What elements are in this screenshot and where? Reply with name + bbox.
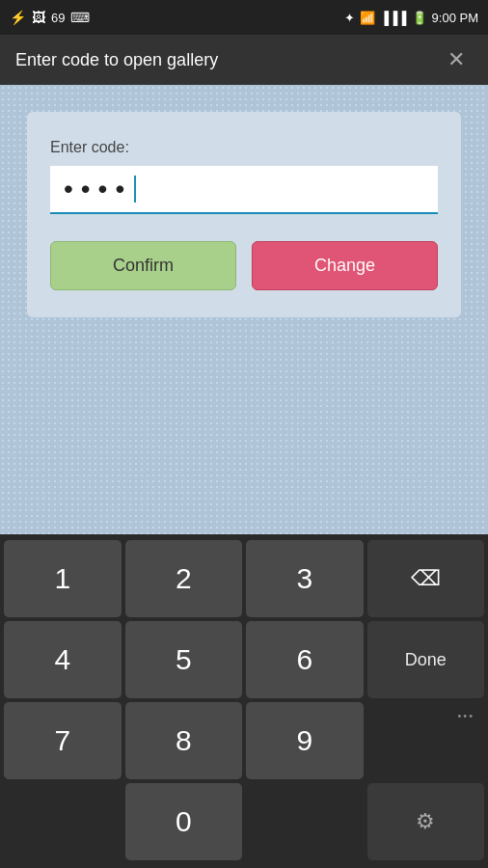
status-bar-right: ✦ 📶 ▐▐▐ 🔋 9:00 PM bbox=[344, 11, 478, 25]
key-1[interactable]: 1 bbox=[4, 540, 122, 617]
code-input-wrapper[interactable]: •••• bbox=[50, 166, 438, 214]
key-done[interactable]: Done bbox=[367, 621, 485, 698]
battery-icon: 🔋 bbox=[412, 11, 427, 25]
dialog-title: Enter code to open gallery bbox=[15, 50, 218, 70]
keyboard-row-2: 4 5 6 Done bbox=[4, 621, 484, 698]
text-cursor bbox=[134, 176, 136, 203]
key-settings[interactable]: ⚙ bbox=[367, 783, 485, 860]
time-display: 9:00 PM bbox=[432, 11, 478, 25]
main-content: Enter code: •••• Confirm Change bbox=[0, 85, 488, 534]
keyboard-row-4: 0 ⚙ bbox=[4, 783, 484, 860]
close-button[interactable]: ✕ bbox=[440, 43, 473, 76]
key-empty: ••• bbox=[367, 702, 485, 779]
keyboard-row-3: 7 8 9 ••• bbox=[4, 702, 484, 779]
button-row: Confirm Change bbox=[50, 241, 438, 290]
key-0[interactable]: 0 bbox=[125, 783, 243, 860]
settings-icon: ⚙ bbox=[416, 809, 435, 834]
key-3[interactable]: 3 bbox=[246, 540, 364, 617]
battery-number: 69 bbox=[51, 11, 65, 25]
backspace-icon: ⌫ bbox=[411, 566, 441, 591]
key-8[interactable]: 8 bbox=[125, 702, 243, 779]
bluetooth-icon: ✦ bbox=[344, 11, 355, 25]
key-2[interactable]: 2 bbox=[125, 540, 243, 617]
usb-icon: ⚡ bbox=[10, 10, 26, 25]
key-empty-left bbox=[4, 783, 122, 860]
key-7[interactable]: 7 bbox=[4, 702, 122, 779]
title-bar: Enter code to open gallery ✕ bbox=[0, 35, 488, 85]
status-bar-left: ⚡ 🖼 69 ⌨ bbox=[10, 10, 90, 25]
status-bar: ⚡ 🖼 69 ⌨ ✦ 📶 ▐▐▐ 🔋 9:00 PM bbox=[0, 0, 488, 35]
confirm-button[interactable]: Confirm bbox=[50, 241, 236, 290]
key-4[interactable]: 4 bbox=[4, 621, 122, 698]
key-empty-right bbox=[246, 783, 364, 860]
code-dots: •••• bbox=[64, 176, 132, 203]
wifi-icon: 📶 bbox=[360, 11, 375, 25]
enter-code-label: Enter code: bbox=[50, 139, 438, 156]
image-icon: 🖼 bbox=[32, 10, 45, 25]
keyboard-icon: ⌨ bbox=[70, 10, 90, 25]
key-backspace[interactable]: ⌫ bbox=[367, 540, 485, 617]
key-5[interactable]: 5 bbox=[125, 621, 243, 698]
key-6[interactable]: 6 bbox=[246, 621, 364, 698]
change-button[interactable]: Change bbox=[252, 241, 438, 290]
key-9[interactable]: 9 bbox=[246, 702, 364, 779]
dots-indicator: ••• bbox=[457, 710, 474, 721]
keyboard-row-1: 1 2 3 ⌫ bbox=[4, 540, 484, 617]
signal-icon: ▐▐▐ bbox=[380, 11, 407, 25]
keyboard: 1 2 3 ⌫ 4 5 6 Done 7 8 9 ••• 0 ⚙ bbox=[0, 534, 488, 868]
dialog-box: Enter code: •••• Confirm Change bbox=[27, 112, 461, 317]
